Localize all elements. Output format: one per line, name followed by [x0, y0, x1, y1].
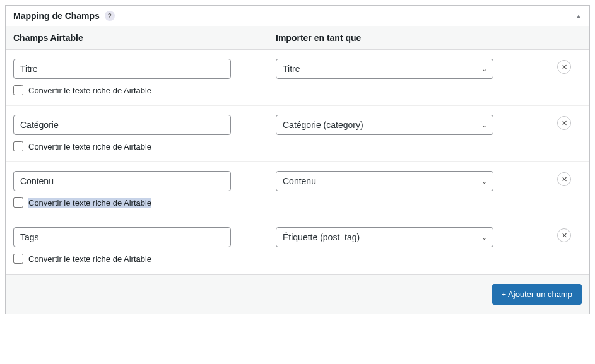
convert-rich-text-label: Convertir le texte riche de Airtable: [28, 142, 151, 151]
help-icon[interactable]: ?: [105, 11, 115, 21]
convert-rich-text-checkbox[interactable]: [13, 254, 23, 264]
mapping-row: Convertir le texte riche de Airtable Con…: [6, 162, 589, 218]
collapse-icon[interactable]: ▲: [575, 13, 582, 20]
add-field-button[interactable]: + Ajouter un champ: [492, 284, 582, 305]
field-mapping-panel: Mapping de Champs ? ▲ Champs Airtable Im…: [5, 5, 590, 314]
header-import-as: Importer en tant que: [268, 33, 539, 43]
convert-rich-text-label: Convertir le texte riche de Airtable: [28, 86, 151, 95]
airtable-field-input[interactable]: [13, 59, 231, 79]
remove-row-button[interactable]: ✕: [557, 228, 571, 242]
remove-row-button[interactable]: ✕: [557, 116, 571, 130]
convert-rich-text-checkbox[interactable]: [13, 197, 23, 208]
convert-rich-text-label: Convertir le texte riche de Airtable: [28, 254, 151, 264]
airtable-field-input[interactable]: [13, 115, 231, 135]
remove-row-button[interactable]: ✕: [557, 60, 571, 74]
airtable-field-input[interactable]: [13, 171, 231, 191]
convert-rich-text-label: Convertir le texte riche de Airtable: [28, 198, 151, 208]
import-as-select[interactable]: Catégorie (category): [276, 115, 493, 135]
panel-header[interactable]: Mapping de Champs ? ▲: [6, 6, 589, 26]
convert-rich-text-checkbox[interactable]: [13, 141, 23, 151]
import-as-select[interactable]: Titre: [276, 59, 493, 79]
mapping-row: Convertir le texte riche de Airtable Cat…: [6, 106, 589, 162]
panel-title: Mapping de Champs: [13, 11, 100, 21]
mapping-row: Convertir le texte riche de Airtable Éti…: [6, 218, 589, 274]
remove-row-button[interactable]: ✕: [557, 172, 571, 186]
import-as-select[interactable]: Étiquette (post_tag): [276, 227, 493, 247]
convert-rich-text-checkbox[interactable]: [13, 85, 23, 95]
mapping-row: Convertir le texte riche de Airtable Tit…: [6, 50, 589, 106]
airtable-field-input[interactable]: [13, 227, 231, 247]
import-as-select[interactable]: Contenu: [276, 171, 493, 191]
panel-footer: + Ajouter un champ: [6, 274, 589, 314]
header-airtable-fields: Champs Airtable: [6, 33, 268, 43]
table-header-row: Champs Airtable Importer en tant que: [6, 26, 589, 50]
